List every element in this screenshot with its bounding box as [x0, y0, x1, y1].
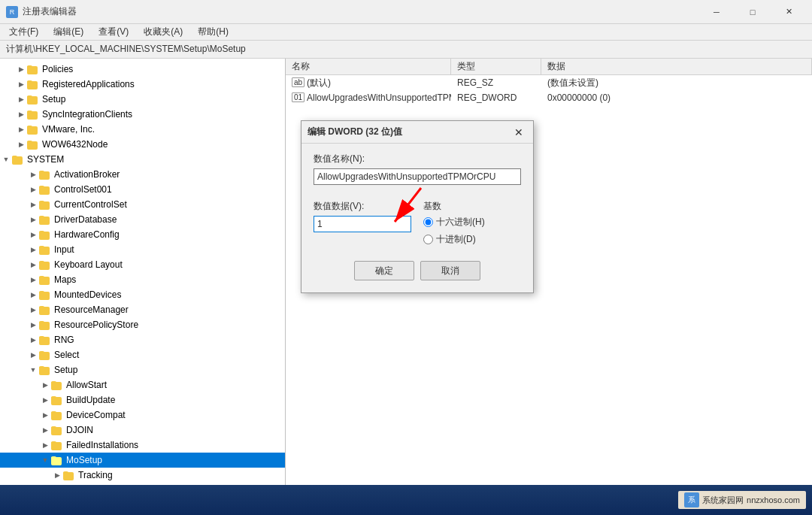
tree-label: VMware, Inc.: [42, 124, 95, 135]
table-row[interactable]: (默认) REG_SZ (数值未设置): [286, 75, 812, 90]
dec-radio[interactable]: [423, 235, 433, 244]
ok-button[interactable]: 确定: [354, 261, 414, 280]
folder-icon: [51, 424, 63, 436]
tree-item-keyboardlayout[interactable]: ▶ Keyboard Layout: [0, 257, 285, 272]
tree-item-registeredapps[interactable]: ▶ RegisteredApplications: [0, 77, 285, 92]
tree-item-resourcepolicystore[interactable]: ▶ ResourcePolicyStore: [0, 317, 285, 332]
tree-label: RegisteredApplications: [42, 79, 135, 89]
tree-label: ResourcePolicyStore: [54, 320, 138, 330]
tree-item-syncintegration[interactable]: ▶ SyncIntegrationClients: [0, 107, 285, 122]
tree-label: HardwareConfig: [54, 229, 120, 240]
tree-item-input[interactable]: ▶ Input: [0, 242, 285, 257]
menu-edit[interactable]: 编辑(E): [47, 24, 89, 40]
value-data-section: 数值数据(V):: [314, 200, 411, 246]
dec-radio-label[interactable]: 十进制(D): [423, 233, 521, 246]
address-text: 计算机\HKEY_LOCAL_MACHINE\SYSTEM\Setup\MoSe…: [6, 43, 246, 56]
tree-item-activationbroker[interactable]: ▶ ActivationBroker: [0, 167, 285, 182]
tree-item-driverdatabase[interactable]: ▶ DriverDatabase: [0, 212, 285, 227]
folder-icon: [51, 379, 63, 391]
tree-item-controlset001[interactable]: ▶ ControlSet001: [0, 182, 285, 197]
tree-label: Tracking: [78, 470, 113, 480]
dialog-title-bar: 编辑 DWORD (32 位)值 ✕: [301, 121, 533, 144]
col-type: 类型: [451, 59, 541, 74]
menu-favorites[interactable]: 收藏夹(A): [138, 24, 189, 40]
tree-label: Select: [54, 350, 79, 360]
tree-item-select[interactable]: ▶ Select: [0, 347, 285, 362]
folder-icon: [12, 153, 24, 165]
value-name-input[interactable]: [314, 168, 521, 185]
tree-item-hardwareconfig[interactable]: ▶ HardwareConfig: [0, 227, 285, 242]
expand-arrow: ▶: [39, 423, 51, 438]
cell-data: 0x00000000 (0): [541, 91, 812, 105]
dialog-title-text: 编辑 DWORD (32 位)值: [308, 126, 402, 138]
folder-icon: [39, 274, 51, 286]
tree-item-maps[interactable]: ▶ Maps: [0, 272, 285, 287]
expand-arrow: ▶: [27, 287, 39, 302]
tree-item-resourcemanager[interactable]: ▶ ResourceManager: [0, 302, 285, 317]
hex-radio[interactable]: [423, 217, 433, 227]
expand-arrow: ▶: [27, 212, 39, 227]
title-bar-left: R 注册表编辑器: [6, 5, 77, 18]
cell-data: (数值未设置): [541, 75, 812, 91]
tree-item-mounteddevices[interactable]: ▶ MountedDevices: [0, 287, 285, 302]
tree-label: AllowStart: [66, 380, 107, 390]
expand-arrow: ▶: [27, 317, 39, 332]
value-name-label: 数值名称(N):: [314, 153, 521, 165]
menu-view[interactable]: 查看(V): [92, 24, 135, 40]
folder-icon: [63, 469, 75, 481]
tree-label: ResourceManager: [54, 304, 129, 315]
expand-arrow: ▼: [39, 453, 51, 468]
tree-item-rng[interactable]: ▶ RNG: [0, 332, 285, 347]
tree-label: DriverDatabase: [54, 214, 117, 225]
folder-icon: [27, 93, 39, 105]
tree-item-setup2[interactable]: ▼ Setup: [0, 362, 285, 377]
hex-radio-label[interactable]: 十六进制(H): [423, 216, 521, 229]
window-title: 注册表编辑器: [23, 5, 77, 18]
tree-item-policies[interactable]: ▶ Policies: [0, 62, 285, 77]
tree-item-vmware[interactable]: ▶ VMware, Inc.: [0, 122, 285, 137]
menu-help[interactable]: 帮助(H): [192, 24, 235, 40]
folder-icon: [39, 183, 51, 195]
expand-arrow: ▶: [27, 227, 39, 242]
tree-item-wow6432[interactable]: ▶ WOW6432Node: [0, 137, 285, 152]
tree-item-allowstart[interactable]: ▶ AllowStart: [0, 377, 285, 392]
folder-icon: [51, 394, 63, 406]
tree-label: WOW6432Node: [42, 139, 108, 150]
table-row[interactable]: AllowUpgradesWithUnsupportedTPMOrCPU REG…: [286, 90, 812, 105]
tree-item-devicecompat[interactable]: ▶ DeviceCompat: [0, 407, 285, 423]
tree-item-djoin[interactable]: ▶ DJOIN: [0, 423, 285, 438]
dialog-buttons: 确定 取消: [314, 261, 521, 283]
expand-arrow: ▶: [27, 347, 39, 362]
close-button[interactable]: ✕: [771, 1, 806, 23]
tree-item-tracking[interactable]: ▶ Tracking: [0, 468, 285, 483]
folder-icon: [51, 454, 63, 466]
tree-item-mosetup[interactable]: ▼ MoSetup: [0, 453, 285, 468]
tree-label: Keyboard Layout: [54, 259, 123, 270]
reg-dword-icon: [292, 92, 304, 104]
folder-icon: [39, 289, 51, 301]
tree-item-failedinstallations[interactable]: ▶ FailedInstallations: [0, 438, 285, 453]
dec-radio-text: 十进制(D): [436, 233, 476, 246]
col-data: 数据: [541, 59, 812, 74]
cancel-button[interactable]: 取消: [420, 261, 480, 280]
reg-sz-icon: [292, 77, 304, 89]
tree-label: CurrentControlSet: [54, 199, 127, 210]
tree-item-currentcontrolset[interactable]: ▶ CurrentControlSet: [0, 197, 285, 212]
tree-item-system[interactable]: ▼ SYSTEM: [0, 152, 285, 167]
dialog-close-button[interactable]: ✕: [511, 124, 527, 141]
maximize-button[interactable]: □: [735, 1, 770, 23]
folder-icon: [39, 334, 51, 346]
minimize-button[interactable]: ─: [699, 1, 734, 23]
tree-item-buildupdate[interactable]: ▶ BuildUpdate: [0, 392, 285, 407]
cell-name: AllowUpgradesWithUnsupportedTPMOrCPU: [286, 90, 451, 105]
base-section: 基数 十六进制(H) 十进制(D): [423, 200, 521, 246]
expand-arrow: ▶: [39, 377, 51, 392]
tree-label: FailedInstallations: [66, 440, 138, 450]
folder-icon: [51, 439, 63, 451]
tree-item-setup[interactable]: ▶ Setup: [0, 92, 285, 107]
value-data-input[interactable]: [314, 216, 411, 232]
edit-dword-dialog: 编辑 DWORD (32 位)值 ✕ 数值名称(N): 数值数据(V): 基数 …: [301, 120, 534, 293]
expand-arrow: ▼: [0, 152, 12, 167]
menu-file[interactable]: 文件(F): [3, 24, 44, 40]
dialog-body: 数值名称(N): 数值数据(V): 基数 十六进制(H) 十进制(D): [301, 144, 533, 292]
